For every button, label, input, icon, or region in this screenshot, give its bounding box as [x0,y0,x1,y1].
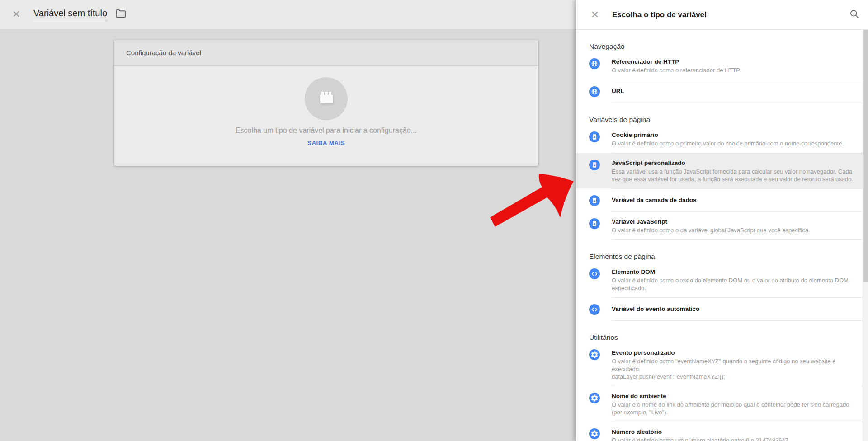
placeholder-circle [305,77,348,120]
item-description: O valor é o nome do link do ambiente por… [612,401,859,416]
item-description: Essa variável usa a função JavaScript fo… [612,168,859,183]
divider [612,103,863,103]
variable-configuration-card: Configuração da variável Escolha um tipo… [114,40,538,166]
divider [612,239,863,240]
section-heading: Elementos de página [576,252,863,261]
item-title: JavaScript personalizado [612,159,859,167]
globe-icon [589,58,600,69]
variable-title-input[interactable]: Variável sem título [33,8,108,21]
variable-type-item[interactable]: Elemento DOMO valor é definido como o te… [576,262,863,297]
item-description: O valor é definido como o referenciador … [612,66,741,74]
picker-title: Escolha o tipo de variável [612,10,707,19]
item-title: Cookie primário [612,131,844,139]
variable-type-item[interactable]: Número aleatórioO valor é definido como … [576,422,863,441]
item-title: Elemento DOM [612,268,859,276]
item-title: Referenciador de HTTP [612,58,741,66]
variable-type-item[interactable]: Cookie primárioO valor é definido como o… [576,125,863,153]
empty-state-text: Escolha um tipo de variável para iniciar… [236,127,417,135]
variable-type-item[interactable]: URL [576,80,863,103]
variable-type-item[interactable]: Variável JavaScriptO valor é definido co… [576,212,863,239]
item-title: Evento personalizado [612,349,859,357]
brick-icon [316,90,337,108]
section-heading: Utilitários [576,333,863,342]
card-header-title: Configuração da variável [126,49,201,56]
section-heading: Navegação [576,42,863,51]
item-title: Variável da camada de dados [612,196,697,204]
item-description: O valor é definido como o texto do eleme… [612,277,859,292]
search-button[interactable] [849,9,860,21]
item-title: URL [612,87,624,95]
card-body[interactable]: Escolha um tipo de variável para iniciar… [114,66,538,146]
gear-icon [589,428,600,439]
move-to-folder-button[interactable] [115,9,126,20]
document-icon [589,160,600,170]
variable-picker-panel: ✕ Escolha o tipo de variável NavegaçãoRe… [576,0,868,441]
item-description: O valor é definido como o da variável gl… [612,226,810,234]
card-header: Configuração da variável [114,40,538,66]
item-title: Variável JavaScript [612,218,810,226]
picker-header: ✕ Escolha o tipo de variável [576,0,868,30]
variable-type-item[interactable]: JavaScript personalizadoEssa variável us… [576,153,863,188]
close-icon: ✕ [591,10,599,20]
folder-icon [115,9,126,20]
document-icon [589,218,600,229]
document-icon [589,131,600,142]
variable-type-item[interactable]: Referenciador de HTTPO valor é definido … [576,52,863,80]
close-editor-button[interactable]: ✕ [11,9,22,20]
gtm-variable-editor: ✕ Variável sem título Configuração da va… [0,0,868,441]
gear-icon [589,393,600,403]
scrollbar-thumb[interactable] [863,30,868,282]
variable-type-item[interactable]: Variável do evento automático [576,298,863,320]
code-icon [589,304,600,315]
learn-more-link[interactable]: SAIBA MAIS [307,140,345,146]
variable-type-item[interactable]: Nome do ambienteO valor é o nome do link… [576,386,863,422]
item-description: O valor é definido como "eventNameXYZ" q… [612,357,859,380]
variable-type-item[interactable]: Evento personalizadoO valor é definido c… [576,343,863,386]
section-heading: Variáveis de página [576,115,863,124]
globe-icon [589,86,600,97]
divider [612,320,863,321]
variable-type-list: NavegaçãoReferenciador de HTTPO valor é … [576,30,863,441]
item-title: Número aleatório [612,428,790,436]
close-picker-button[interactable]: ✕ [590,9,600,20]
search-icon [849,9,860,21]
item-description: O valor é definido como um número aleató… [612,436,790,441]
panel-scrollbar[interactable] [863,30,868,441]
code-icon [589,268,600,279]
variable-type-item[interactable]: Variável da camada de dados [576,189,863,211]
close-icon: ✕ [12,9,20,19]
item-description: O valor é definido como o primeiro valor… [612,140,844,147]
gear-icon [589,349,600,360]
item-title: Variável do evento automático [612,305,699,313]
document-icon [589,195,600,206]
item-title: Nome do ambiente [612,392,859,400]
